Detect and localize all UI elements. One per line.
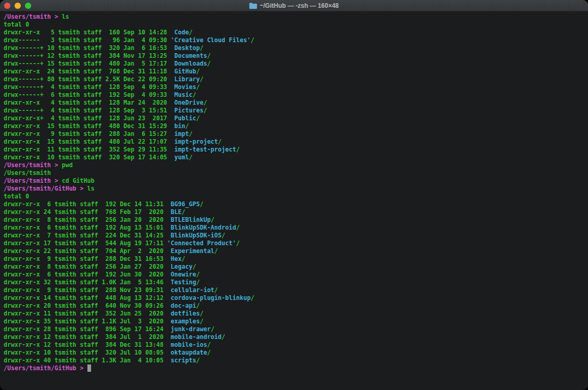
output-text: drwxr-xr-x 24 tsmith staff 768 Dec 31 11…	[4, 68, 174, 75]
dir-name: Desktop	[174, 44, 200, 52]
dir-name: impt-project	[174, 138, 218, 145]
dir-name: Experimental	[171, 247, 214, 255]
terminal-line: drwxr-xr-x 8 tsmith staff 256 Jan 27 202…	[4, 263, 586, 271]
prompt-text: /Users/tsmith/GitHub >	[4, 364, 87, 372]
dir-name: cellular-iot	[171, 286, 214, 294]
terminal-line: /Users/tsmith/GitHub > ls	[4, 185, 586, 193]
prompt-text: /Users/tsmith >	[4, 177, 62, 184]
dir-name: BlinkUpSDK-Android	[171, 224, 236, 231]
output-text: drwxr-xr-x 35 tsmith staff 1.1K Jul 3 20…	[4, 318, 171, 325]
output-text: /	[196, 68, 200, 75]
terminal-line: drwxr-xr-x 24 tsmith staff 768 Dec 31 11…	[4, 68, 586, 76]
output-text: /	[211, 325, 214, 333]
titlebar[interactable]: ~/GitHub — -zsh — 160×48	[0, 0, 588, 11]
dir-name: mobile-android	[171, 333, 222, 341]
output-text: drwxr-xr-x 6 tsmith staff 192 Aug 13 15:…	[4, 224, 171, 231]
output-text: drwxr-xr-x 6 tsmith staff 192 Jun 30 202…	[4, 271, 171, 278]
terminal-line: drwxr-xr-x 9 tsmith staff 288 Nov 23 09:…	[4, 286, 586, 294]
output-text: drwxr-xr-x 8 tsmith staff 256 Jan 27 202…	[4, 263, 171, 270]
terminal-line: drwxr-xr-x 24 tsmith staff 768 Feb 17 20…	[4, 208, 586, 216]
output-text: /	[218, 138, 222, 145]
output-text: drwxr-xr-x 22 tsmith staff 704 Apr 2 202…	[4, 247, 171, 255]
dir-name: oktaupdate	[171, 349, 207, 356]
output-text: /	[196, 271, 200, 278]
terminal-line: /Users/tsmith/GitHub >	[4, 364, 586, 372]
terminal-line: drwxr-xr-x 11 tsmith staff 352 Jun 25 20…	[4, 310, 586, 318]
terminal-line: drwx------+ 12 tsmith staff 384 Nov 17 1…	[4, 52, 586, 60]
output-text: drwx------+ 10 tsmith staff 320 Jan 6 16…	[4, 44, 174, 52]
output-text: /	[189, 130, 193, 137]
minimize-button[interactable]	[15, 3, 21, 9]
output-text: /	[222, 232, 225, 239]
terminal-line: drwxr-xr-x 12 tsmith staff 384 Dec 31 13…	[4, 341, 586, 349]
output-text: drwxr-xr-x 20 tsmith staff 640 Nov 30 09…	[4, 302, 171, 309]
terminal-line: drwxr-xr-x 4 tsmith staff 128 Mar 24 202…	[4, 99, 586, 107]
dir-name: junk-drawer	[171, 325, 211, 333]
cursor	[87, 364, 91, 372]
output-text: total 0	[4, 193, 29, 200]
output-text: drwx------+ 80 tsmith staff 2.5K Dec 22 …	[4, 76, 174, 83]
terminal-line: drwxr-xr-x 14 tsmith staff 448 Aug 13 12…	[4, 294, 586, 302]
zoom-button[interactable]	[25, 3, 31, 9]
folder-proxy-icon[interactable]	[249, 3, 257, 9]
output-text: /	[203, 99, 207, 106]
output-text: drwxr-xr-x 17 tsmith staff 544 Aug 19 17…	[4, 240, 167, 247]
terminal-line: drwx------+ 4 tsmith staff 128 Sep 4 09:…	[4, 83, 586, 91]
output-text: /	[207, 52, 211, 59]
output-text: cd GitHub	[62, 177, 95, 184]
prompt-text: /Users/tsmith >	[4, 161, 62, 169]
output-text: drwxr-xr-x 28 tsmith staff 896 Sep 17 16…	[4, 325, 171, 333]
dir-name: Legacy	[171, 263, 193, 270]
output-text: drwxr-xr-x 7 tsmith staff 224 Dec 31 14:…	[4, 232, 171, 239]
dir-name: 'Creative Cloud Files'	[171, 36, 251, 44]
output-text: /	[182, 255, 185, 262]
output-text: /	[207, 60, 211, 67]
close-button[interactable]	[4, 3, 10, 9]
dir-name: BTLEBlinkUp	[171, 216, 211, 223]
window-title-area: ~/GitHub — -zsh — 160×48	[249, 2, 339, 9]
output-text: /	[196, 115, 200, 122]
terminal-line: drwxr-xr-x 22 tsmith staff 704 Apr 2 202…	[4, 247, 586, 255]
output-text: /	[251, 294, 254, 301]
output-text: pwd	[62, 161, 73, 169]
terminal-line: drwx------+ 10 tsmith staff 320 Jan 6 16…	[4, 44, 586, 52]
output-text: /	[189, 29, 193, 36]
terminal-line: /Users/tsmith	[4, 169, 586, 177]
terminal-line: drwxr-xr-x 7 tsmith staff 224 Dec 31 14:…	[4, 232, 586, 240]
output-text: drwxr-xr-x 11 tsmith staff 352 Sep 29 11…	[4, 146, 174, 153]
output-text: /	[236, 240, 240, 247]
terminal-line: total 0	[4, 21, 586, 29]
dir-name: Testing	[171, 279, 196, 286]
dir-name: cordova-plugin-blinkup	[171, 294, 251, 301]
output-text: drwxr-xr-x 10 tsmith staff 320 Jul 10 08…	[4, 349, 171, 356]
traffic-lights	[4, 3, 31, 9]
output-text: /	[196, 357, 200, 364]
output-text: drwxr-xr-x 14 tsmith staff 448 Aug 13 12…	[4, 294, 171, 301]
terminal-line: /Users/tsmith > cd GitHub	[4, 177, 586, 185]
dir-name: Movies	[174, 83, 196, 91]
dir-name: Pictures	[174, 107, 203, 114]
terminal-screen[interactable]: /Users/tsmith > lstotal 0drwxr-xr-x 5 ts…	[0, 11, 588, 389]
output-text: drwx------+ 6 tsmith staff 192 Sep 4 09:…	[4, 91, 174, 98]
terminal-line: drwxr-xr-x 11 tsmith staff 352 Sep 29 11…	[4, 146, 586, 154]
dir-name: BG96_GPS	[171, 200, 200, 208]
dir-name: mobile-ios	[171, 341, 207, 348]
dir-name: GitHub	[174, 68, 196, 75]
terminal-line: drwxr-xr-x 6 tsmith staff 192 Jun 30 202…	[4, 271, 586, 279]
dir-name: Downloads	[174, 60, 207, 67]
terminal-line: drwxr-xr-x 20 tsmith staff 640 Nov 30 09…	[4, 302, 586, 310]
dir-name: yuml	[174, 154, 189, 161]
output-text: /	[200, 310, 203, 317]
terminal-line: drwxr-xr-x 32 tsmith staff 1.0K Jan 5 13…	[4, 279, 586, 286]
terminal-line: drwx------+ 6 tsmith staff 192 Sep 4 09:…	[4, 91, 586, 99]
terminal-window: ~/GitHub — -zsh — 160×48 /Users/tsmith >…	[0, 0, 588, 390]
terminal-line: drwx------ 3 tsmith staff 96 Jan 4 09:30…	[4, 36, 586, 44]
output-text: /	[200, 44, 203, 52]
terminal-line: drwxr-xr-x 6 tsmith staff 192 Aug 13 15:…	[4, 224, 586, 232]
output-text: /	[236, 146, 240, 153]
dir-name: OneDrive	[174, 99, 203, 106]
output-text: /	[203, 107, 207, 114]
terminal-line: drwxr-xr-x 15 tsmith staff 480 Dec 31 15…	[4, 122, 586, 130]
output-text: /Users/tsmith	[4, 169, 51, 177]
output-text: drwxr-xr-x 40 tsmith staff 1.3K Jan 4 10…	[4, 357, 171, 364]
